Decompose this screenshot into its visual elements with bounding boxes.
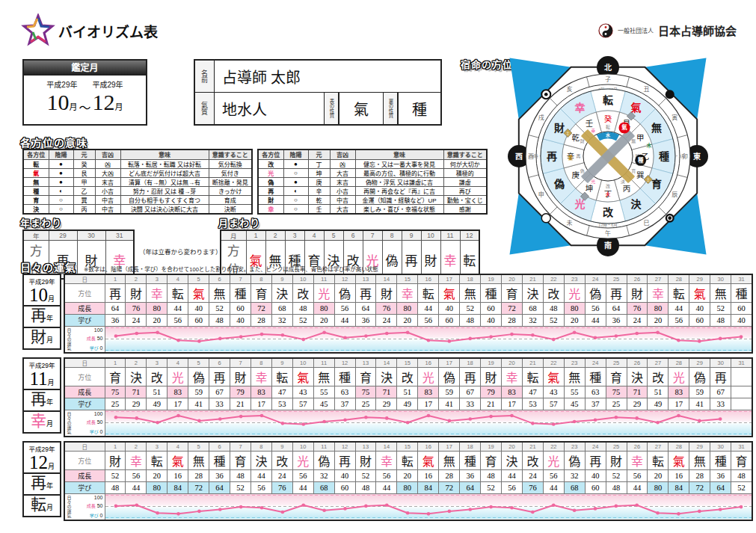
direction-cell: 育: [502, 284, 523, 303]
direction-cell: 光: [292, 452, 313, 470]
day-row-label: 日: [64, 442, 105, 452]
growth-cell: 79: [481, 386, 502, 398]
learn-cell: 37: [585, 398, 606, 410]
cycle-head-cell: 31: [105, 230, 134, 241]
learn-cell: 33: [710, 398, 731, 410]
growth-cell: 44: [168, 303, 188, 315]
stem-sub-label: 財: [580, 138, 585, 144]
learn-cell: 44: [126, 482, 147, 494]
day-header-cell: 30: [710, 442, 731, 452]
day-header-cell: 18: [460, 442, 481, 452]
direction-cell: 光: [543, 452, 564, 470]
compass-direction-label: 決: [631, 198, 642, 210]
growth-cell: 56: [543, 470, 564, 482]
stem-label: 乾: [571, 133, 580, 142]
daily-table: 日123456789101112131415161718192021222324…: [64, 441, 753, 521]
meanings-col-header: 意識すること: [209, 150, 252, 159]
meaning-gen-cell: 乾: [308, 195, 330, 204]
day-header-cell: 21: [522, 358, 543, 368]
direction-cell: 転: [147, 452, 168, 470]
growth-cell: 51: [397, 386, 418, 398]
learn-cell: 72: [439, 482, 460, 494]
month-direction: 財: [31, 328, 46, 346]
kishitsu-value: 地水人: [215, 93, 324, 124]
meaning-kikkyo-cell: 凶: [330, 159, 355, 168]
element-metal: 金: [568, 154, 574, 161]
growth-cell: 47: [522, 386, 543, 398]
meaning-gen-cell: 乙: [73, 186, 95, 195]
day-header-cell: 18: [460, 358, 481, 368]
direction-cell: 財: [606, 452, 627, 470]
learn-cell: 24: [627, 315, 648, 327]
direction-cell: 偽: [689, 368, 710, 386]
direction-cell: 決: [126, 368, 147, 386]
day-header-cell: 17: [439, 442, 460, 452]
meanings-col-header: 陰陽: [49, 150, 73, 159]
day-header-cell: 26: [627, 274, 648, 284]
learn-cell: 25: [105, 398, 126, 410]
growth-cell: 75: [606, 386, 627, 398]
growth-row-label: 成長: [64, 470, 105, 482]
meaning-gen-cell: 壬: [308, 204, 330, 214]
learn-cell: 33: [460, 398, 481, 410]
stem-sub-label: 再: [576, 154, 580, 159]
day-header-cell: 6: [209, 274, 230, 284]
ura-label: 裏の性質: [383, 93, 398, 124]
direction-row-label: 方位: [64, 284, 105, 303]
day-header-cell: 16: [418, 358, 439, 368]
growth-cell: 47: [271, 386, 292, 398]
meaning-yinyang-cell: ○: [283, 195, 308, 204]
day-header-cell: 25: [606, 358, 627, 368]
direction-cell: 偽: [313, 452, 334, 470]
direction-cell: 財: [105, 452, 126, 470]
day-header-cell: 16: [418, 442, 439, 452]
branch-label: 子: [605, 76, 611, 83]
growth-cell: 36: [710, 470, 731, 482]
learn-cell: 20: [397, 315, 418, 327]
growth-cell: 36: [460, 470, 481, 482]
direction-cell: 偽: [564, 452, 585, 470]
learn-cell: 80: [147, 482, 168, 494]
day-header-cell: 11: [313, 274, 334, 284]
direction-cell: 無: [313, 368, 334, 386]
element-fire: 火: [606, 191, 611, 197]
meanings-col-header: 元: [308, 150, 330, 159]
month-era: 平成29年: [24, 359, 60, 369]
growth-cell: 80: [397, 303, 418, 315]
growth-cell: 56: [126, 470, 147, 482]
meaning-ishiki-cell: 気分転換: [209, 159, 252, 168]
day-header-cell: 12: [334, 358, 355, 368]
meaning-yinyang-cell: ●: [49, 168, 73, 177]
meanings-col-header: 意識すること: [443, 150, 487, 159]
day-header-cell: 20: [502, 358, 523, 368]
meaning-dir-cell: 幸: [258, 204, 283, 214]
day-header-cell: 25: [606, 274, 627, 284]
growth-cell: 16: [418, 470, 439, 482]
name-label: 名前: [195, 61, 215, 92]
fortune-line-chart: [105, 327, 752, 353]
stem-sub-label: 幸: [591, 128, 595, 134]
taijitu-icon: [598, 23, 613, 38]
learn-row-label: 学び: [64, 315, 105, 327]
day-header-cell: 6: [209, 358, 230, 368]
stem-sub-label: 光: [591, 179, 595, 185]
day-header-cell: 31: [731, 442, 752, 452]
direction-cell: 再: [105, 284, 126, 303]
growth-cell: 16: [168, 470, 188, 482]
learn-cell: 52: [543, 315, 564, 327]
growth-cell: 63: [334, 386, 355, 398]
meaning-ishiki-cell: 気付き: [209, 168, 252, 177]
growth-cell: 52: [460, 303, 481, 315]
compass-direction-label: 無: [651, 122, 662, 134]
stem-label: 丙: [623, 185, 631, 193]
direction-cell: 種: [460, 452, 481, 470]
meaning-ishiki-cell: 勤勉・宝くじ: [443, 195, 487, 204]
daily-section-month-11: 平成29年11月再年幸月日123456789101112131415161718…: [22, 357, 753, 437]
learn-cell: 60: [334, 482, 355, 494]
learn-cell: 44: [292, 482, 313, 494]
direction-cell: 光: [313, 284, 334, 303]
direction-row-label: 方位: [64, 368, 105, 386]
meanings-col-header: 吉凶: [330, 150, 355, 159]
fortune-line-chart: [105, 410, 752, 437]
stem-label: 庚: [571, 170, 580, 179]
